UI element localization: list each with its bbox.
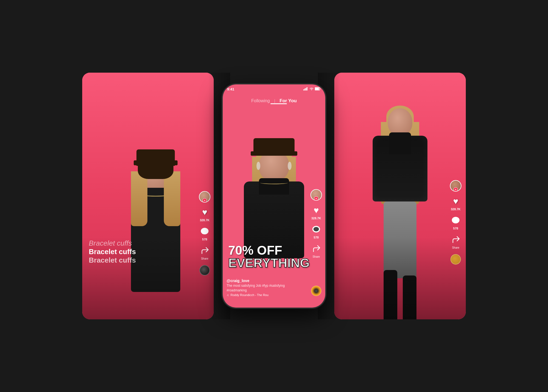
phone-avatar-item: +	[310, 189, 322, 201]
phone-comment-action[interactable]: 578	[310, 224, 322, 239]
phone-share-label: Share	[313, 255, 320, 258]
right-actions: + ♥ 328.7K	[450, 180, 461, 265]
phone-heart-icon-wrap[interactable]: ♥	[310, 204, 322, 216]
chat-icon-wrap[interactable]	[199, 226, 210, 237]
heart-icon-wrap-right[interactable]: ♥	[450, 195, 461, 207]
promo-line1: 70% OFF	[228, 244, 310, 257]
phone-like-count: 328.7K	[311, 217, 321, 220]
scene: Bracelet cuffs Bracelet cuffs Bracelet c…	[82, 32, 466, 360]
bracelet-text-shadow: Bracelet cuffs	[89, 256, 136, 265]
phone-frame: 9:41	[222, 84, 326, 308]
avatar: +	[199, 191, 210, 203]
comment-count: 578	[202, 238, 207, 241]
share-icon-wrap-right[interactable]	[450, 234, 461, 245]
status-time: 9:41	[227, 87, 303, 91]
left-actions: + ♥ 328.7K	[199, 191, 210, 275]
phone-share-action[interactable]: Share	[310, 243, 322, 258]
svg-rect-2	[303, 89, 304, 90]
share-action-right[interactable]: Share	[450, 234, 461, 249]
music-disc-left	[199, 265, 210, 275]
user-handle[interactable]: @craig_love	[227, 279, 307, 283]
music-text: Roddy Roundicch - The Rou	[230, 293, 269, 297]
phone-chat-icon-wrap[interactable]	[310, 224, 322, 235]
avatar-item-right: +	[450, 180, 461, 192]
like-count-right: 328.7K	[451, 208, 460, 211]
nav-divider: |	[274, 99, 275, 103]
battery-icon	[315, 87, 321, 90]
music-row: ♫ Roddy Roundicch - The Rou	[227, 293, 307, 297]
like-action-right[interactable]: ♥ 328.7K	[450, 195, 461, 211]
comment-action-right[interactable]: 578	[450, 215, 461, 230]
music-note-icon: ♫	[227, 293, 229, 297]
caption-text: The most satisfying Job #fyp #satisfying	[227, 284, 307, 288]
avatar-right: +	[450, 180, 461, 192]
nav-for-you[interactable]: For You	[279, 98, 297, 103]
chat-icon-right	[451, 216, 460, 225]
svg-rect-7	[315, 88, 319, 90]
phone-actions: + ♥ 328.7K 578	[310, 189, 322, 258]
svg-point-0	[201, 228, 209, 234]
wifi-icon	[309, 87, 314, 90]
right-panel: + ♥ 328.7K	[334, 73, 466, 319]
heart-icon-wrap[interactable]: ♥	[199, 206, 210, 218]
share-icon	[201, 246, 209, 255]
signal-icon	[303, 87, 308, 90]
phone-promo-text: 70% OFF EVERYTHING	[228, 244, 310, 269]
like-action[interactable]: ♥ 328.7K	[199, 206, 210, 222]
like-count: 328.7K	[200, 218, 209, 222]
share-action[interactable]: Share	[199, 245, 210, 260]
heart-icon-right[interactable]: ♥	[453, 196, 458, 206]
left-overlay-texts: Bracelet cuffs Bracelet cuffs Bracelet c…	[89, 239, 136, 265]
svg-rect-4	[306, 88, 306, 90]
phone-comment-count: 578	[314, 236, 319, 239]
comment-count-right: 578	[453, 227, 458, 230]
svg-rect-3	[304, 89, 305, 90]
music-disc-right	[450, 254, 461, 265]
phone-music-disc	[311, 286, 321, 296]
phone-avatar: +	[310, 189, 322, 201]
left-panel: Bracelet cuffs Bracelet cuffs Bracelet c…	[82, 73, 214, 319]
status-icons	[303, 87, 321, 90]
bracelet-text-thin: Bracelet cuffs	[89, 239, 136, 248]
svg-rect-5	[307, 87, 307, 90]
share-icon-right	[452, 235, 460, 244]
status-bar: 9:41	[223, 84, 325, 96]
svg-point-9	[313, 227, 319, 231]
phone-bottom-info: @craig_love The most satisfying Job #fyp…	[227, 279, 307, 297]
nav-active-underline	[270, 103, 287, 104]
nav-for-you-wrapper: For You	[279, 98, 297, 104]
bracelet-text-bold: Bracelet cuffs	[89, 248, 136, 256]
nav-following[interactable]: Following	[251, 98, 270, 103]
comment-action[interactable]: 578	[199, 226, 210, 241]
phone-heart-icon[interactable]: ♥	[314, 205, 319, 215]
share-label: Share	[201, 257, 209, 260]
share-label-right: Share	[452, 246, 459, 249]
phone-screen: 9:41	[223, 84, 325, 308]
phone-top-nav: Following | For You	[223, 96, 325, 105]
caption-text2: #roadmarking	[227, 288, 307, 292]
follow-plus-right[interactable]: +	[453, 187, 458, 192]
phone-like-action[interactable]: ♥ 328.7K	[310, 204, 322, 220]
phone-follow-plus[interactable]: +	[314, 196, 318, 201]
heart-icon[interactable]: ♥	[202, 207, 207, 217]
avatar-item: +	[199, 191, 210, 203]
chat-icon	[200, 227, 209, 236]
phone-person-content	[223, 84, 325, 308]
chat-icon-wrap-right[interactable]	[450, 215, 461, 226]
phone-share-icon-wrap[interactable]	[310, 243, 322, 254]
promo-line2: EVERYTHING	[228, 257, 310, 269]
svg-point-1	[452, 217, 459, 223]
follow-plus[interactable]: +	[202, 198, 207, 203]
share-icon-wrap[interactable]	[199, 245, 210, 256]
phone-chat-icon	[312, 225, 321, 234]
phone-share-icon	[312, 245, 320, 253]
